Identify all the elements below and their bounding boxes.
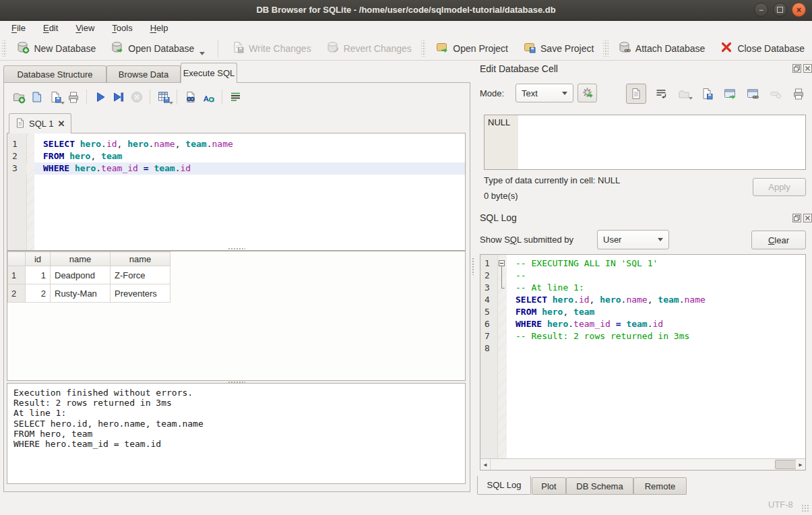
code-line[interactable]: 3 -- At line 1: xyxy=(480,282,805,294)
dock-tab-db-schema[interactable]: DB Schema xyxy=(566,477,633,495)
cell[interactable]: Preventers xyxy=(111,284,170,303)
code-line[interactable]: 1 -- EXECUTING ALL IN 'SQL 1' xyxy=(480,258,805,270)
print-icon[interactable] xyxy=(64,88,82,107)
cell[interactable]: Deadpond xyxy=(51,266,111,284)
word-wrap-icon[interactable] xyxy=(653,86,669,102)
menu-help[interactable]: Help xyxy=(142,20,177,36)
menu-view[interactable]: View xyxy=(67,20,103,36)
minimize-button[interactable]: − xyxy=(754,3,768,17)
fold-marker[interactable] xyxy=(498,258,507,270)
format-sql-icon[interactable] xyxy=(199,88,218,107)
results-table[interactable]: idnamename 1 1DeadpondZ-Force 2 2Rusty-M… xyxy=(7,251,466,381)
sql-document-tab[interactable]: SQL 1 ✕ xyxy=(9,113,71,133)
set-null-icon[interactable] xyxy=(768,86,784,102)
code-line[interactable]: 1 SELECT hero.id, hero.name, team.name xyxy=(7,138,465,150)
open-project-button[interactable]: Open Project xyxy=(428,38,516,59)
cell-value-editor[interactable]: NULL xyxy=(484,115,806,170)
sql-log-view[interactable]: 1 -- EXECUTING ALL IN 'SQL 1' 2 -- 3 -- … xyxy=(480,254,806,471)
close-database-button[interactable]: Close Database xyxy=(712,38,812,59)
table-row[interactable]: 2 2Rusty-ManPreventers xyxy=(8,284,170,303)
fold-marker[interactable] xyxy=(498,270,507,282)
text-mode-icon[interactable] xyxy=(626,84,646,104)
row-number[interactable]: 2 xyxy=(8,284,26,303)
corner-header[interactable] xyxy=(8,252,26,266)
row-number[interactable]: 1 xyxy=(8,266,26,284)
dock-tab-remote[interactable]: Remote xyxy=(633,477,687,495)
code-line[interactable]: 4 SELECT hero.id, hero.name, team.name xyxy=(480,294,805,306)
auto-apply-button[interactable] xyxy=(577,84,597,102)
column-header-name[interactable]: name xyxy=(51,252,111,266)
clear-log-button[interactable]: Clear xyxy=(751,231,806,249)
close-panel-icon[interactable] xyxy=(803,214,812,222)
tab-database-structure[interactable]: Database Structure xyxy=(3,65,106,82)
chevron-down-icon[interactable] xyxy=(199,52,205,55)
menu-file[interactable]: File xyxy=(3,20,34,36)
save-project-button[interactable]: Save Project xyxy=(516,38,601,59)
code-line[interactable]: 6 WHERE hero.team_id = team.id xyxy=(480,318,805,330)
fold-marker[interactable] xyxy=(498,282,507,294)
find-icon[interactable] xyxy=(181,88,199,107)
execute-all-icon[interactable] xyxy=(91,88,109,107)
sql-editor[interactable]: 1 SELECT hero.id, hero.name, team.name 2… xyxy=(7,133,466,251)
column-header-id[interactable]: id xyxy=(26,252,51,266)
link-cell-icon[interactable] xyxy=(745,86,761,102)
code-line[interactable]: 8 xyxy=(480,342,805,355)
apply-button[interactable]: Apply xyxy=(753,178,806,196)
export-results-icon[interactable] xyxy=(154,88,173,107)
code-line[interactable]: 2 FROM hero, team xyxy=(7,150,465,162)
tab-browse-data[interactable]: Browse Data xyxy=(106,65,181,82)
float-panel-icon[interactable] xyxy=(792,214,801,222)
new-database-button[interactable]: New Database xyxy=(9,38,103,59)
tab-execute-sql[interactable]: Execute SQL xyxy=(181,63,237,83)
log-filter-select[interactable]: User xyxy=(597,230,669,249)
close-panel-icon[interactable] xyxy=(803,64,812,73)
cell[interactable]: 1 xyxy=(26,266,51,284)
stop-execution-icon[interactable] xyxy=(127,88,146,107)
print-cell-icon[interactable] xyxy=(790,86,807,102)
import-data-icon[interactable] xyxy=(676,86,692,102)
log-horizontal-scrollbar[interactable]: ◀ ▶ xyxy=(480,458,805,470)
open-external-icon[interactable] xyxy=(722,86,738,102)
splitter-handle[interactable] xyxy=(228,247,245,251)
new-sql-tab-icon[interactable] xyxy=(9,88,28,107)
export-data-icon[interactable] xyxy=(699,86,715,102)
toolbar-handle[interactable] xyxy=(603,40,608,57)
cell[interactable]: 2 xyxy=(26,284,51,303)
scroll-right-icon[interactable]: ▶ xyxy=(795,459,805,470)
scrollbar-thumb[interactable] xyxy=(775,460,796,469)
execute-current-line-icon[interactable] xyxy=(109,88,127,107)
code-line[interactable]: 3 WHERE hero.team_id = team.id xyxy=(7,162,465,175)
execution-message-box[interactable]: Execution finished without errors. Resul… xyxy=(7,383,466,484)
code-line[interactable]: 5 FROM hero, team xyxy=(480,306,805,318)
toolbar-handle[interactable] xyxy=(2,40,7,57)
column-header-name[interactable]: name xyxy=(111,252,170,266)
maximize-button[interactable] xyxy=(773,3,787,17)
open-sql-file-icon[interactable] xyxy=(28,88,46,107)
results-grid[interactable]: idnamename 1 1DeadpondZ-Force 2 2Rusty-M… xyxy=(7,251,170,303)
open-database-button[interactable]: Open Database xyxy=(103,38,212,59)
toolbar-handle[interactable] xyxy=(421,40,426,57)
menu-tools[interactable]: Tools xyxy=(103,20,141,36)
cell[interactable]: Rusty-Man xyxy=(51,284,111,303)
scroll-left-icon[interactable]: ◀ xyxy=(480,459,491,470)
float-panel-icon[interactable] xyxy=(792,64,801,73)
dock-tab-plot[interactable]: Plot xyxy=(532,477,566,495)
menu-edit[interactable]: Edit xyxy=(34,20,67,36)
cell[interactable]: Z-Force xyxy=(111,266,170,284)
code-line[interactable]: 2 -- xyxy=(480,270,805,282)
mode-select[interactable]: Text xyxy=(516,84,573,102)
splitter-handle[interactable] xyxy=(228,381,245,384)
table-row[interactable]: 1 1DeadpondZ-Force xyxy=(8,266,170,284)
resize-grip[interactable] xyxy=(801,504,810,513)
write-changes-button[interactable]: Write Changes xyxy=(224,38,318,59)
code-line[interactable]: 7 -- Result: 2 rows returned in 3ms xyxy=(480,330,805,342)
close-sql-tab-icon[interactable]: ✕ xyxy=(57,119,65,129)
attach-database-button[interactable]: Attach Database xyxy=(611,38,713,59)
revert-changes-button[interactable]: Revert Changes xyxy=(319,38,419,59)
close-button[interactable]: × xyxy=(792,3,806,17)
titlebar[interactable]: DB Browser for SQLite - /home/user/code/… xyxy=(0,0,812,21)
dock-tab-sql-log[interactable]: SQL Log xyxy=(477,476,531,495)
save-sql-file-icon[interactable] xyxy=(46,88,64,107)
word-wrap-icon[interactable] xyxy=(226,88,245,107)
splitter-handle[interactable] xyxy=(472,258,475,275)
